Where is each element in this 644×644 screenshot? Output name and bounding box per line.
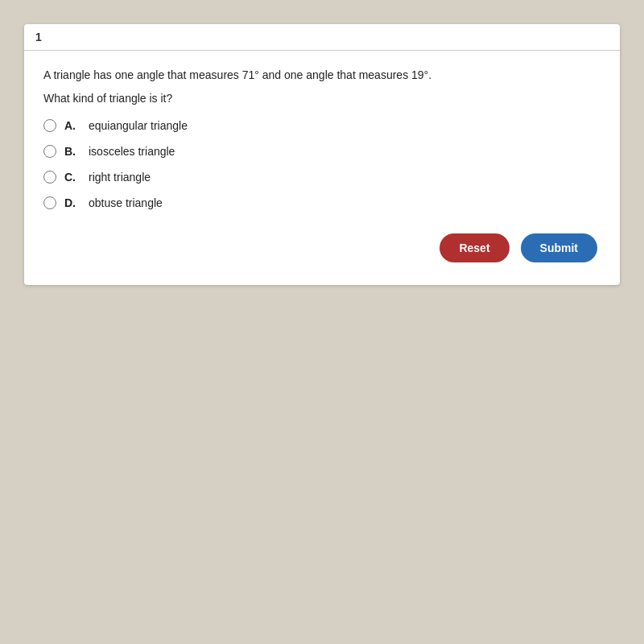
option-a-label: equiangular triangle <box>89 119 188 132</box>
option-b-letter: B. <box>64 145 80 158</box>
option-a-letter: A. <box>64 119 80 132</box>
quiz-card: 1 A triangle has one angle that measures… <box>24 24 620 285</box>
button-row: Reset Submit <box>43 233 601 262</box>
reset-button[interactable]: Reset <box>440 233 509 262</box>
question-prompt: A triangle has one angle that measures 7… <box>43 67 601 84</box>
option-d[interactable]: D. obtuse triangle <box>43 196 601 209</box>
radio-a[interactable] <box>43 119 56 132</box>
question-number: 1 <box>24 24 620 51</box>
card-body: A triangle has one angle that measures 7… <box>24 51 620 285</box>
submit-button[interactable]: Submit <box>521 233 597 262</box>
option-d-label: obtuse triangle <box>89 196 163 209</box>
radio-c[interactable] <box>43 171 56 184</box>
options-list: A. equiangular triangle B. isosceles tri… <box>43 119 601 209</box>
option-d-letter: D. <box>64 196 80 209</box>
radio-b[interactable] <box>43 145 56 158</box>
question-number-label: 1 <box>35 31 42 43</box>
radio-d[interactable] <box>43 196 56 209</box>
option-c[interactable]: C. right triangle <box>43 171 601 184</box>
option-b-label: isosceles triangle <box>89 145 175 158</box>
option-a[interactable]: A. equiangular triangle <box>43 119 601 132</box>
option-c-letter: C. <box>64 171 80 184</box>
question-sub-prompt: What kind of triangle is it? <box>43 92 601 105</box>
option-b[interactable]: B. isosceles triangle <box>43 145 601 158</box>
option-c-label: right triangle <box>89 171 151 184</box>
